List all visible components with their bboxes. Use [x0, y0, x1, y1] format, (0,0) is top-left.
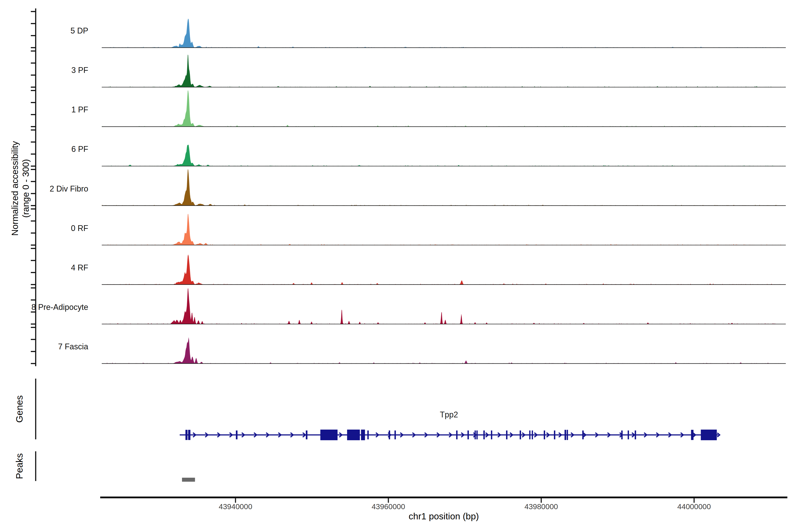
- x-axis-tick-label: 43960000: [351, 502, 426, 511]
- track-label-1-pf: 1 PF: [0, 105, 88, 114]
- genome-browser-figure: Normalized accessibility (range 0 - 300)…: [0, 0, 798, 532]
- genes-section-label: Genes: [14, 395, 25, 423]
- peaks-section-label: Peaks: [14, 453, 25, 479]
- x-axis-tick-label: 44000000: [657, 502, 732, 511]
- x-axis-tick-label: 43980000: [504, 502, 579, 511]
- track-label-7-fascia: 7 Fascia: [0, 342, 88, 352]
- x-axis-title: chr1 position (bp): [355, 511, 532, 521]
- gene-name-label: Tpp2: [413, 410, 484, 419]
- track-label-8-pre-adipocyte: 8 Pre-Adipocyte: [0, 303, 88, 312]
- track-label-0-rf: 0 RF: [0, 224, 88, 233]
- labels-layer: Normalized accessibility (range 0 - 300)…: [0, 0, 798, 532]
- track-label-3-pf: 3 PF: [0, 65, 88, 75]
- x-axis-tick-label: 43940000: [198, 502, 273, 511]
- track-label-4-rf: 4 RF: [0, 263, 88, 272]
- track-label-6-pf: 6 PF: [0, 145, 88, 154]
- track-label-5-dp: 5 DP: [0, 26, 88, 36]
- track-label-2-div-fibro: 2 Div Fibro: [0, 184, 88, 193]
